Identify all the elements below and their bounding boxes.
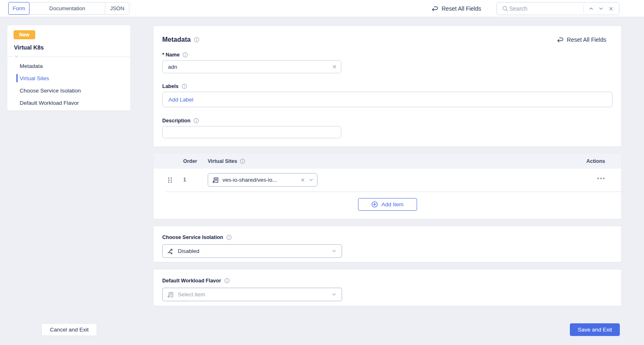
service-isolation-card: Choose Service Isolation Disabled [154, 226, 621, 262]
tab-json[interactable]: JSON [105, 2, 129, 15]
table-row: 1 ves-io-shared/ves-io... [154, 169, 621, 192]
info-icon[interactable] [240, 158, 245, 164]
sidebar-item-virtual-sites[interactable]: Virtual Sites [7, 72, 130, 84]
reset-all-fields-label: Reset All Fields [442, 5, 481, 12]
reference-list-icon [167, 291, 174, 298]
labels-label-text: Labels [162, 83, 179, 89]
card-reset-label: Reset All Fields [567, 36, 606, 43]
service-isolation-label: Choose Service Isolation [162, 235, 232, 240]
name-field-label: * Name [162, 52, 188, 58]
save-and-exit-button[interactable]: Save and Exit [570, 323, 620, 336]
virtual-sites-card: Order Virtual Sites Actions 1 ves-io [154, 154, 621, 219]
actions-column-label: Actions [586, 158, 605, 164]
info-icon[interactable] [194, 37, 200, 43]
workload-flavor-placeholder: Select item [178, 291, 328, 298]
name-field-wrap [162, 60, 341, 73]
add-item-label: Add Item [381, 201, 404, 207]
card-reset-all-fields-button[interactable]: Reset All Fields [556, 36, 606, 43]
search-box [497, 2, 619, 15]
row-actions-menu-icon[interactable] [597, 178, 605, 179]
metadata-card: Metadata Reset All Fields * Name Labels [154, 26, 621, 147]
virtual-sites-column-label: Virtual Sites [208, 158, 237, 164]
virtual-site-select[interactable]: ves-io-shared/ves-io... [208, 173, 317, 187]
chevron-down-icon [331, 248, 337, 254]
add-label-button[interactable]: Add Label [168, 97, 193, 103]
search-icon [501, 4, 509, 14]
clear-selection-icon[interactable] [300, 178, 305, 183]
description-label-text: Description [162, 118, 190, 124]
labels-editor[interactable]: Add Label [162, 92, 612, 107]
close-icon[interactable] [606, 4, 616, 14]
tab-documentation[interactable]: Documentation [29, 2, 105, 15]
workload-flavor-label: Default Workload Flavor [162, 278, 230, 284]
branch-arrows-icon [167, 248, 174, 255]
sidebar: New Virtual K8s Metadata Virtual Sites C… [7, 25, 130, 110]
undo-icon [431, 5, 438, 12]
service-isolation-label-text: Choose Service Isolation [162, 235, 223, 240]
name-label-text: * Name [162, 52, 179, 58]
service-isolation-value: Disabled [178, 248, 328, 254]
reset-all-fields-button[interactable]: Reset All Fields [431, 0, 481, 17]
table-header: Order Virtual Sites Actions [154, 154, 621, 169]
cancel-and-exit-button[interactable]: Cancel and Exit [41, 323, 97, 336]
chevron-down-icon [331, 292, 337, 297]
info-icon[interactable] [182, 52, 188, 58]
sidebar-item-default-workload-flavor[interactable]: Default Workload Flavor [7, 97, 130, 109]
column-order: Order [183, 154, 197, 169]
workload-flavor-card: Default Workload Flavor Select item [154, 270, 621, 306]
view-tabs: Form Documentation JSON [8, 2, 129, 15]
search-divider [583, 5, 584, 12]
search-input[interactable] [509, 5, 581, 12]
sidebar-item-metadata[interactable]: Metadata [7, 60, 130, 72]
topbar: Form Documentation JSON Reset All Fields [0, 0, 644, 17]
tab-form[interactable]: Form [8, 2, 29, 15]
chevron-up-icon[interactable] [586, 4, 596, 14]
drag-handle-icon[interactable] [167, 176, 173, 184]
name-field[interactable] [162, 60, 341, 73]
order-column-label: Order [183, 158, 197, 164]
workload-flavor-label-text: Default Workload Flavor [162, 278, 221, 284]
column-actions: Actions [586, 154, 605, 169]
virtual-site-select-value: ves-io-shared/ves-io... [222, 177, 297, 183]
collapse-caret-icon[interactable] [13, 54, 20, 59]
description-field[interactable] [162, 126, 341, 138]
chevron-down-icon[interactable] [596, 4, 606, 14]
virtual-k8s-form-screen: Form Documentation JSON Reset All Fields [0, 0, 644, 345]
clear-name-icon[interactable] [332, 64, 337, 70]
undo-icon [556, 36, 564, 43]
labels-field-label: Labels [162, 83, 187, 89]
row-order-value: 1 [183, 176, 186, 183]
plus-circle-icon [371, 201, 378, 208]
description-field-wrap [162, 126, 341, 138]
info-icon[interactable] [193, 118, 199, 124]
status-badge-new: New [14, 30, 35, 39]
sidebar-item-choose-service-isolation[interactable]: Choose Service Isolation [7, 84, 130, 97]
metadata-title: Metadata [162, 36, 190, 43]
service-isolation-select[interactable]: Disabled [162, 244, 342, 258]
reference-list-icon [212, 176, 219, 184]
column-virtual-sites: Virtual Sites [208, 154, 245, 169]
add-item-button[interactable]: Add Item [358, 198, 417, 211]
info-icon[interactable] [181, 83, 187, 89]
chevron-down-icon[interactable] [308, 177, 314, 183]
sidebar-divider [7, 56, 130, 57]
object-title: Virtual K8s [14, 44, 44, 51]
table-divider [166, 192, 621, 192]
description-field-label: Description [162, 118, 199, 124]
info-icon[interactable] [226, 235, 232, 240]
info-icon[interactable] [224, 278, 230, 284]
metadata-heading: Metadata [162, 36, 200, 43]
section-nav: Metadata Virtual Sites Choose Service Is… [7, 60, 130, 109]
workload-flavor-select[interactable]: Select item [162, 288, 342, 301]
